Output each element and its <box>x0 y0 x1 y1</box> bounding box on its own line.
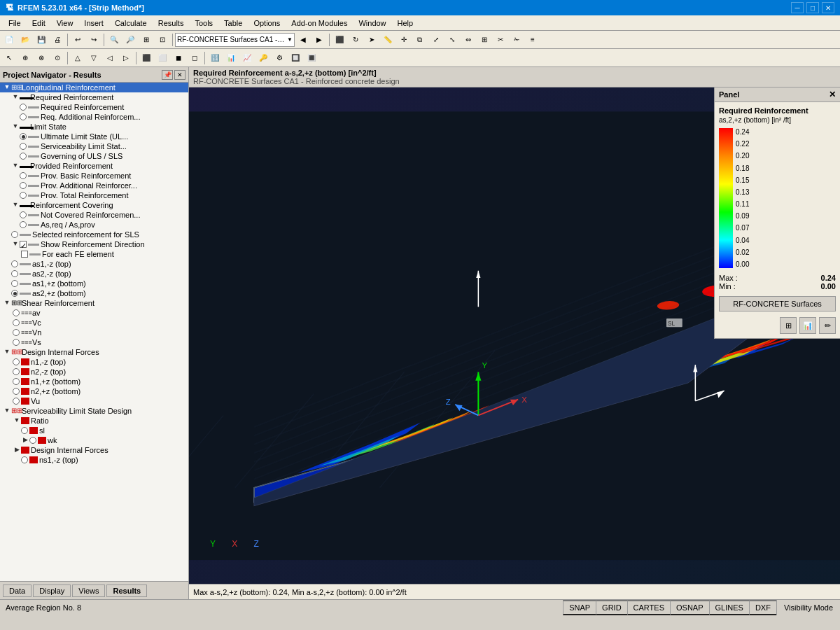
menu-file[interactable]: File <box>3 18 27 29</box>
tree-item-sls-design[interactable]: ▼ ⊞⊞ Serviceability Limit State Design <box>0 406 188 416</box>
tb-trim[interactable]: ✁ <box>509 32 524 48</box>
radio-prov-basic[interactable] <box>20 172 27 179</box>
tb-open[interactable]: 📂 <box>18 32 33 48</box>
tb-save[interactable]: 💾 <box>34 32 49 48</box>
tb-3d[interactable]: ⬛ <box>332 32 347 48</box>
radio-vs[interactable] <box>13 339 20 346</box>
tb-prev[interactable]: ◀ <box>295 32 311 48</box>
radio-as-req-prov[interactable] <box>20 221 27 228</box>
tree-item-prov-total[interactable]: Prov. Total Reinforcement <box>0 190 188 200</box>
tab-display[interactable]: Display <box>33 584 71 597</box>
tree-item-gov[interactable]: Governing of ULS / SLS <box>0 151 188 161</box>
tb-intersect[interactable]: ✂ <box>493 32 508 48</box>
toggle-ratio[interactable]: ▼ <box>13 416 21 425</box>
radio-si[interactable] <box>21 427 28 434</box>
menu-view[interactable]: View <box>51 18 79 29</box>
toggle-show-dir[interactable]: ▼ <box>11 240 20 248</box>
tree-item-design-int2[interactable]: ▶ Design Internal Forces <box>0 445 188 455</box>
radio-as2z-top[interactable] <box>11 270 18 277</box>
tb-select[interactable]: ➤ <box>364 32 379 48</box>
toggle-shear[interactable]: ▼ <box>3 299 11 307</box>
tree-container[interactable]: ▼ ⊞⊞ Longitudinal Reinforcement ▼ ▬▬ Req… <box>0 83 188 581</box>
tb-print[interactable]: 🖨 <box>50 32 65 48</box>
tree-item-prov-basic[interactable]: Prov. Basic Reinforcement <box>0 171 188 181</box>
radio-not-covered[interactable] <box>20 211 27 218</box>
panel-pin[interactable]: 📌 <box>162 70 173 80</box>
tree-item-as2z-top[interactable]: as2,-z (top) <box>0 269 188 279</box>
toggle-design-int[interactable]: ▼ <box>3 348 11 356</box>
dxf-btn[interactable]: DXF <box>749 600 776 615</box>
tb-new[interactable]: 📄 <box>1 32 17 48</box>
radio-sel-rein[interactable] <box>11 231 18 238</box>
tree-item-av[interactable]: ≡≡≡ av <box>0 308 188 318</box>
tree-item-prov-rein[interactable]: ▼ ▬▬ Provided Reinforcement <box>0 161 188 171</box>
tree-item-show-dir[interactable]: ▼ ✓ Show Reinforcement Direction <box>0 239 188 249</box>
radio-av[interactable] <box>13 309 20 316</box>
radio-as2z-bot[interactable] <box>11 290 18 297</box>
toggle-req-rein[interactable]: ▼ <box>11 93 20 102</box>
menu-window[interactable]: Window <box>353 18 391 29</box>
check-each-fe[interactable] <box>21 251 28 258</box>
tab-data[interactable]: Data <box>3 584 31 597</box>
tb2-8[interactable]: ▷ <box>118 50 134 66</box>
radio-n2z-top[interactable] <box>13 368 20 375</box>
radio-ns1z-top[interactable] <box>21 456 28 463</box>
tree-item-as-req-prov[interactable]: As,req / As,prov <box>0 220 188 230</box>
radio-gov[interactable] <box>20 153 27 160</box>
tb-zoom-in[interactable]: 🔍 <box>106 32 122 48</box>
tree-item-req-add[interactable]: Req. Additional Reinforcem... <box>0 112 188 122</box>
tb2-3[interactable]: ⊗ <box>34 50 49 66</box>
viewport-canvas[interactable]: Y X Z <box>189 88 840 584</box>
radio-req-add[interactable] <box>20 113 27 120</box>
tree-item-each-fe[interactable]: For each FE element <box>0 249 188 259</box>
grid-btn[interactable]: GRID <box>596 600 627 615</box>
tb2-17[interactable]: ⚙ <box>272 50 287 66</box>
radio-req-rein-item[interactable] <box>20 104 27 111</box>
tree-item-req-rein[interactable]: ▼ ▬▬ Required Reinforcement <box>0 92 188 102</box>
tree-item-as1z-top[interactable]: as1,-z (top) <box>0 259 188 269</box>
tree-item-shear[interactable]: ▼ ⊞⊞ Shear Reinforcement <box>0 298 188 308</box>
tb-align[interactable]: ≡ <box>525 32 540 48</box>
tb-zoom-sel[interactable]: ⊡ <box>155 32 170 48</box>
tree-item-wk[interactable]: ▶ wk <box>0 435 188 445</box>
radio-n1z-top[interactable] <box>13 358 20 365</box>
menu-edit[interactable]: Edit <box>27 18 51 29</box>
toggle-prov-rein[interactable]: ▼ <box>11 162 20 170</box>
tb-rotate[interactable]: ↻ <box>348 32 363 48</box>
toggle-longitudinal[interactable]: ▼ <box>3 83 11 92</box>
tb-mirror[interactable]: ⇔ <box>461 32 476 48</box>
osnap-btn[interactable]: OSNAP <box>670 600 709 615</box>
tb2-6[interactable]: ▽ <box>86 50 102 66</box>
tree-item-n1z-top[interactable]: n1,-z (top) <box>0 357 188 367</box>
panel-close[interactable]: ✕ <box>174 70 186 80</box>
tree-item-sel-rein[interactable]: Selected reinforcement for SLS <box>0 230 188 239</box>
tree-item-as1z-bot[interactable]: as1,+z (bottom) <box>0 279 188 288</box>
radio-vc[interactable] <box>13 319 20 326</box>
radio-n2z-bot[interactable] <box>13 388 20 395</box>
radio-as1z-bot[interactable] <box>11 280 18 287</box>
tb2-15[interactable]: 📈 <box>239 50 255 66</box>
radio-prov-total[interactable] <box>20 192 27 199</box>
panel-icon-table[interactable]: ⊞ <box>780 317 797 334</box>
radio-n1z-bot[interactable] <box>13 378 20 385</box>
radio-prov-add[interactable] <box>20 182 27 189</box>
tb2-18[interactable]: 🔲 <box>288 50 303 66</box>
tb2-1[interactable]: ↖ <box>1 50 17 66</box>
tb-scale[interactable]: ⤡ <box>444 32 460 48</box>
tree-item-not-covered[interactable]: Not Covered Reinforcemen... <box>0 210 188 220</box>
toggle-design-int2[interactable]: ▶ <box>13 446 21 454</box>
tree-item-req-rein-item[interactable]: Required Reinforcement <box>0 102 188 112</box>
radio-vn[interactable] <box>13 329 20 336</box>
close-button[interactable]: ✕ <box>822 2 834 13</box>
tree-item-si[interactable]: sl <box>0 426 188 435</box>
tb-snap[interactable]: ✛ <box>396 32 412 48</box>
rf-concrete-button[interactable]: RF-CONCRETE Surfaces <box>719 296 836 312</box>
radio-sls[interactable] <box>20 143 27 150</box>
tree-item-n2z-top[interactable]: n2,-z (top) <box>0 367 188 377</box>
tb-zoom-all[interactable]: ⊞ <box>139 32 154 48</box>
maximize-button[interactable]: □ <box>806 2 819 13</box>
minimize-button[interactable]: ─ <box>791 2 804 13</box>
tb2-10[interactable]: ⬜ <box>155 50 170 66</box>
snap-btn[interactable]: SNAP <box>563 600 596 615</box>
check-show-dir[interactable]: ✓ <box>20 241 27 248</box>
